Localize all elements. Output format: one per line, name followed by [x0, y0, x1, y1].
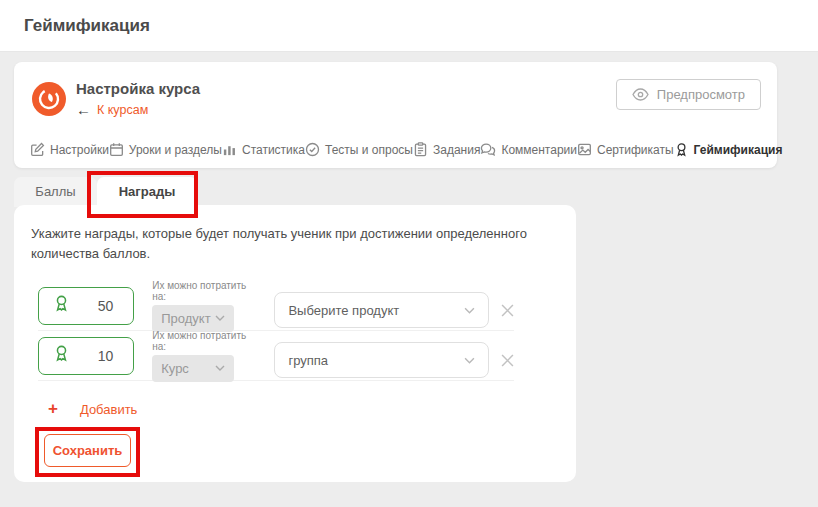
back-link-label: К курсам	[97, 103, 148, 117]
course-settings-card: Настройка курса ← К курсам Предпросмотр …	[14, 62, 777, 168]
gamification-page: Геймификация Настройка курса ← К курсам …	[0, 0, 818, 507]
points-value: 10	[98, 348, 114, 364]
tab-label: Комментарии	[501, 143, 577, 157]
chevron-down-icon	[464, 307, 475, 314]
arrow-left-icon: ←	[76, 104, 91, 116]
spend-type-select[interactable]: Курс	[152, 355, 234, 382]
rewards-description: Укажите награды, которые будет получать …	[31, 224, 571, 264]
tab-label: Тесты и опросы	[325, 143, 413, 157]
page-title: Геймификация	[24, 0, 150, 52]
chevron-down-icon	[215, 365, 225, 371]
reward-target-select[interactable]: Выберите продукт	[274, 292, 489, 328]
certificate-icon	[577, 142, 592, 157]
spend-type-value: Курс	[161, 361, 189, 376]
tab-label: Задания	[433, 143, 480, 157]
reward-target-value: Выберите продукт	[288, 303, 399, 318]
calendar-icon	[109, 142, 124, 157]
chevron-down-icon	[215, 315, 225, 321]
tab-label: Статистика	[242, 143, 305, 157]
subtab-points[interactable]: Баллы	[14, 177, 97, 207]
points-input[interactable]: 10	[38, 337, 134, 375]
spend-label: Их можно потратить на:	[152, 280, 254, 302]
eye-icon	[632, 88, 649, 101]
medal-icon	[674, 142, 689, 157]
check-circle-icon	[305, 142, 320, 157]
tab-assignments[interactable]: Задания	[413, 142, 480, 157]
points-value: 50	[98, 298, 114, 314]
spend-column: Их можно потратить на: Продукт	[152, 280, 254, 332]
rewards-panel: Укажите награды, которые будет получать …	[14, 205, 576, 482]
preview-button[interactable]: Предпросмотр	[616, 79, 761, 110]
course-tab-nav: Настройки Уроки и разделы Статистика Тес…	[30, 142, 767, 157]
edit-icon	[30, 142, 45, 157]
tab-comments[interactable]: Комментарии	[480, 142, 577, 157]
tab-lessons[interactable]: Уроки и разделы	[109, 142, 222, 157]
tab-gamification[interactable]: Геймификация	[674, 142, 783, 157]
points-input[interactable]: 50	[38, 287, 134, 325]
spend-type-select[interactable]: Продукт	[152, 305, 234, 332]
comments-icon	[480, 142, 496, 157]
save-button[interactable]: Сохранить	[44, 434, 131, 467]
tab-tests[interactable]: Тесты и опросы	[305, 142, 413, 157]
reward-target-select[interactable]: группа	[274, 342, 489, 378]
subtab-rewards[interactable]: Награды	[97, 177, 197, 208]
medal-icon	[39, 294, 71, 317]
tab-label: Геймификация	[694, 143, 783, 157]
tab-statistics[interactable]: Статистика	[222, 142, 305, 157]
page-header: Геймификация	[0, 0, 818, 52]
back-to-courses-link[interactable]: ← К курсам	[76, 103, 148, 117]
medal-icon	[39, 344, 71, 367]
course-title: Настройка курса	[76, 80, 200, 97]
spend-label: Их можно потратить на:	[152, 330, 254, 352]
tab-settings[interactable]: Настройки	[30, 142, 109, 157]
remove-row-icon[interactable]	[501, 304, 514, 317]
preview-button-label: Предпросмотр	[657, 87, 745, 102]
plus-icon: +	[48, 399, 58, 419]
remove-row-icon[interactable]	[501, 354, 514, 367]
spend-type-value: Продукт	[161, 311, 210, 326]
add-reward-label: Добавить	[80, 402, 137, 417]
reward-target-value: группа	[288, 353, 328, 368]
spend-column: Их можно потратить на: Курс	[152, 330, 254, 382]
reward-row: 10 Их можно потратить на: Курс группа	[38, 331, 514, 381]
course-logo-icon	[32, 82, 66, 116]
tab-label: Настройки	[50, 143, 109, 157]
reward-rows: 50 Их можно потратить на: Продукт Выбери…	[38, 281, 514, 381]
chevron-down-icon	[464, 357, 475, 364]
tab-certificates[interactable]: Сертификаты	[577, 142, 674, 157]
add-reward-link[interactable]: + Добавить	[48, 399, 137, 419]
clipboard-icon	[413, 142, 428, 157]
tab-label: Уроки и разделы	[129, 143, 222, 157]
reward-row: 50 Их можно потратить на: Продукт Выбери…	[38, 281, 514, 331]
tab-label: Сертификаты	[597, 143, 674, 157]
bar-chart-icon	[222, 142, 237, 157]
